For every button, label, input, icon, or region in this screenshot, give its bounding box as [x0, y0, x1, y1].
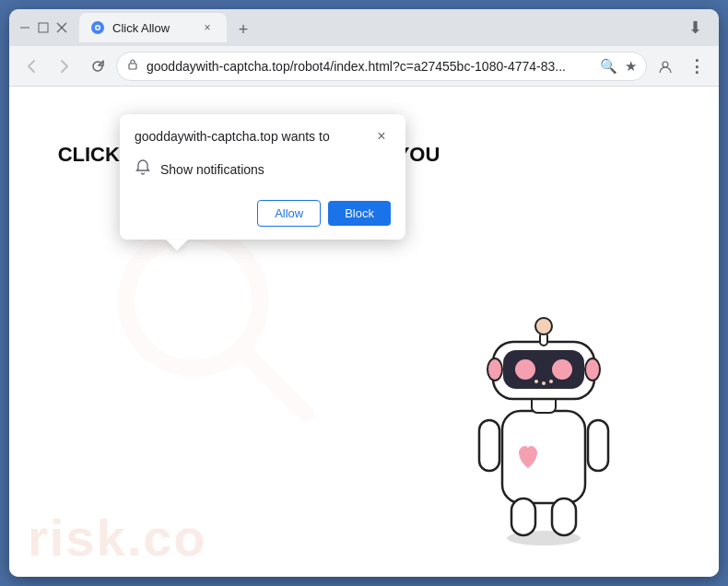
svg-point-25: [556, 363, 569, 376]
block-button[interactable]: Block: [328, 201, 391, 226]
profile-button[interactable]: [651, 52, 680, 81]
svg-rect-15: [511, 498, 535, 535]
tab-favicon: [90, 20, 105, 35]
popup-actions: Allow Block: [120, 193, 405, 240]
svg-rect-14: [588, 420, 608, 471]
svg-point-30: [585, 358, 600, 381]
lock-icon: [126, 58, 139, 74]
svg-point-26: [534, 380, 538, 383]
address-text: gooddaywith-captcha.top/robot4/index.htm…: [147, 59, 593, 74]
svg-point-28: [549, 380, 553, 383]
svg-point-23: [519, 363, 532, 376]
address-bar[interactable]: gooddaywith-captcha.top/robot4/index.htm…: [116, 52, 647, 81]
tab-title: Click Allow: [112, 21, 192, 35]
active-tab[interactable]: Click Allow ×: [79, 13, 227, 42]
toolbar-right: ⋮: [651, 52, 711, 81]
notification-popup: gooddaywith-captcha.top wants to × Show …: [120, 114, 405, 240]
svg-rect-0: [20, 28, 29, 29]
robot-illustration: [442, 291, 645, 549]
webpage: risk.co CLICK ALLOW TO CONFIRM THAT YOU …: [9, 87, 719, 577]
new-tab-button[interactable]: +: [230, 17, 256, 42]
notification-label: Show notifications: [160, 162, 264, 177]
svg-rect-7: [129, 64, 136, 69]
popup-header: gooddaywith-captcha.top wants to ×: [120, 114, 405, 153]
svg-rect-1: [39, 23, 48, 32]
browser-window: Click Allow × + ⬇: [9, 9, 719, 577]
maximize-button[interactable]: [37, 21, 50, 34]
svg-point-6: [97, 27, 100, 29]
svg-rect-16: [552, 498, 576, 535]
toolbar: gooddaywith-captcha.top/robot4/index.htm…: [9, 46, 719, 87]
svg-rect-13: [479, 420, 499, 471]
popup-tail: [166, 240, 188, 251]
svg-point-29: [487, 358, 502, 381]
svg-point-20: [535, 318, 552, 334]
search-icon: 🔍: [600, 58, 617, 75]
allow-button[interactable]: Allow: [257, 200, 321, 227]
title-bar-right: ⬇: [680, 13, 710, 42]
close-button[interactable]: [55, 21, 68, 34]
popup-close-button[interactable]: ×: [372, 127, 391, 146]
title-bar: Click Allow × + ⬇: [9, 9, 719, 46]
tab-close-button[interactable]: ×: [199, 19, 216, 36]
minimize-button[interactable]: [18, 21, 31, 34]
bookmark-icon[interactable]: ★: [625, 58, 637, 75]
popup-notification-row: Show notifications: [120, 153, 405, 193]
reload-button[interactable]: [83, 52, 112, 81]
menu-button[interactable]: ⋮: [682, 52, 711, 81]
svg-point-8: [663, 62, 668, 67]
tabs-area: Click Allow × +: [76, 13, 673, 42]
forward-button[interactable]: [50, 52, 79, 81]
svg-rect-12: [502, 411, 585, 503]
chrome-download-icon[interactable]: ⬇: [680, 13, 710, 42]
bell-icon: [135, 158, 151, 180]
window-controls: [18, 21, 68, 34]
popup-title: gooddaywith-captcha.top wants to: [135, 129, 330, 144]
svg-point-27: [542, 381, 546, 385]
back-button[interactable]: [17, 52, 46, 81]
